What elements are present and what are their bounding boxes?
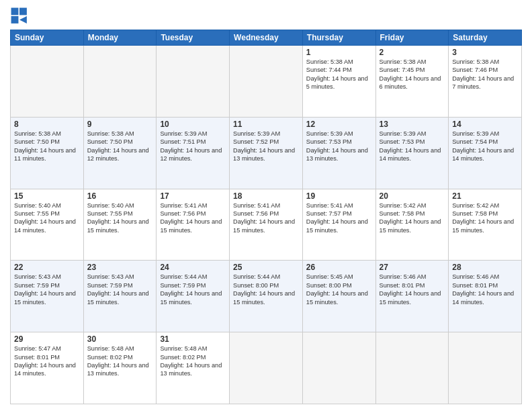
day-number: 16 (87, 191, 153, 201)
day-number: 13 (380, 120, 445, 129)
calendar-cell: 15 Sunrise: 5:40 AMSunset: 7:55 PMDaylig… (11, 189, 84, 261)
header-cell-sunday: Sunday (11, 30, 84, 46)
calendar-cell: 17 Sunrise: 5:41 AMSunset: 7:56 PMDaylig… (157, 189, 230, 261)
day-info: Sunrise: 5:46 AMSunset: 8:01 PMDaylight:… (380, 273, 445, 306)
calendar-table: SundayMondayTuesdayWednesdayThursdayFrid… (10, 30, 522, 404)
day-number: 12 (306, 120, 372, 129)
calendar-cell (83, 46, 157, 118)
day-number: 11 (233, 120, 299, 129)
day-number: 8 (14, 120, 80, 129)
calendar-cell: 16 Sunrise: 5:40 AMSunset: 7:55 PMDaylig… (83, 189, 157, 261)
day-info: Sunrise: 5:48 AMSunset: 8:02 PMDaylight:… (87, 345, 153, 378)
day-info: Sunrise: 5:38 AMSunset: 7:50 PMDaylight:… (87, 130, 153, 163)
calendar-cell: 29 Sunrise: 5:47 AMSunset: 8:01 PMDaylig… (11, 332, 84, 404)
svg-rect-1 (19, 8, 27, 15)
day-number: 30 (87, 334, 153, 344)
calendar-cell: 31 Sunrise: 5:48 AMSunset: 8:02 PMDaylig… (157, 332, 230, 404)
calendar-cell: 22 Sunrise: 5:43 AMSunset: 7:59 PMDaylig… (11, 261, 84, 332)
calendar-cell: 18 Sunrise: 5:41 AMSunset: 7:56 PMDaylig… (230, 189, 303, 261)
day-info: Sunrise: 5:39 AMSunset: 7:53 PMDaylight:… (306, 130, 372, 163)
day-info: Sunrise: 5:40 AMSunset: 7:55 PMDaylight:… (14, 201, 80, 235)
day-info: Sunrise: 5:44 AMSunset: 7:59 PMDaylight:… (160, 273, 226, 306)
day-number: 27 (380, 263, 445, 272)
calendar-cell: 12 Sunrise: 5:39 AMSunset: 7:53 PMDaylig… (302, 117, 375, 189)
week-row-4: 22 Sunrise: 5:43 AMSunset: 7:59 PMDaylig… (11, 261, 522, 332)
calendar-header-row: SundayMondayTuesdayWednesdayThursdayFrid… (11, 30, 522, 46)
svg-rect-0 (11, 8, 19, 15)
calendar-cell: 23 Sunrise: 5:43 AMSunset: 7:59 PMDaylig… (83, 261, 157, 332)
header-cell-wednesday: Wednesday (230, 30, 303, 46)
day-info: Sunrise: 5:38 AMSunset: 7:44 PMDaylight:… (306, 58, 372, 91)
calendar-cell: 21 Sunrise: 5:42 AMSunset: 7:58 PMDaylig… (449, 189, 522, 261)
header-cell-tuesday: Tuesday (157, 30, 230, 46)
calendar-cell (11, 46, 84, 118)
calendar-cell (157, 46, 230, 118)
calendar-cell: 13 Sunrise: 5:39 AMSunset: 7:53 PMDaylig… (375, 117, 449, 189)
day-number: 24 (160, 263, 226, 272)
day-info: Sunrise: 5:42 AMSunset: 7:58 PMDaylight:… (380, 201, 445, 235)
calendar-cell: 2 Sunrise: 5:38 AMSunset: 7:45 PMDayligh… (375, 46, 449, 118)
calendar-cell: 14 Sunrise: 5:39 AMSunset: 7:54 PMDaylig… (449, 117, 522, 189)
calendar-cell: 11 Sunrise: 5:39 AMSunset: 7:52 PMDaylig… (230, 117, 303, 189)
week-row-3: 15 Sunrise: 5:40 AMSunset: 7:55 PMDaylig… (11, 189, 522, 261)
calendar-cell: 3 Sunrise: 5:38 AMSunset: 7:46 PMDayligh… (449, 46, 522, 118)
day-info: Sunrise: 5:38 AMSunset: 7:46 PMDaylight:… (452, 58, 518, 91)
calendar-cell: 25 Sunrise: 5:44 AMSunset: 8:00 PMDaylig… (230, 261, 303, 332)
day-info: Sunrise: 5:41 AMSunset: 7:57 PMDaylight:… (306, 201, 372, 235)
logo-icon (10, 7, 29, 26)
day-number: 22 (14, 263, 80, 272)
calendar-cell (230, 46, 303, 118)
header (10, 7, 522, 26)
calendar-cell: 19 Sunrise: 5:41 AMSunset: 7:57 PMDaylig… (302, 189, 375, 261)
header-cell-saturday: Saturday (449, 30, 522, 46)
day-number: 1 (306, 48, 372, 57)
day-number: 29 (14, 334, 80, 344)
week-row-5: 29 Sunrise: 5:47 AMSunset: 8:01 PMDaylig… (11, 332, 522, 404)
calendar-body: 1 Sunrise: 5:38 AMSunset: 7:44 PMDayligh… (11, 46, 522, 404)
header-cell-friday: Friday (375, 30, 449, 46)
day-number: 10 (160, 120, 226, 129)
week-row-1: 1 Sunrise: 5:38 AMSunset: 7:44 PMDayligh… (11, 46, 522, 118)
day-info: Sunrise: 5:45 AMSunset: 8:00 PMDaylight:… (306, 273, 372, 306)
week-row-2: 8 Sunrise: 5:38 AMSunset: 7:50 PMDayligh… (11, 117, 522, 189)
day-number: 23 (87, 263, 153, 272)
day-number: 28 (452, 263, 518, 272)
calendar-cell: 27 Sunrise: 5:46 AMSunset: 8:01 PMDaylig… (375, 261, 449, 332)
day-info: Sunrise: 5:42 AMSunset: 7:58 PMDaylight:… (452, 201, 518, 235)
day-number: 15 (14, 191, 80, 201)
day-number: 9 (87, 120, 153, 129)
calendar-cell: 28 Sunrise: 5:46 AMSunset: 8:01 PMDaylig… (449, 261, 522, 332)
day-number: 3 (452, 48, 518, 57)
day-info: Sunrise: 5:39 AMSunset: 7:53 PMDaylight:… (380, 130, 445, 163)
day-info: Sunrise: 5:39 AMSunset: 7:54 PMDaylight:… (452, 130, 518, 163)
calendar-cell: 30 Sunrise: 5:48 AMSunset: 8:02 PMDaylig… (83, 332, 157, 404)
day-info: Sunrise: 5:43 AMSunset: 7:59 PMDaylight:… (14, 273, 80, 306)
day-info: Sunrise: 5:41 AMSunset: 7:56 PMDaylight:… (233, 201, 299, 235)
svg-rect-2 (11, 16, 19, 24)
day-number: 19 (306, 191, 372, 201)
day-number: 18 (233, 191, 299, 201)
day-info: Sunrise: 5:39 AMSunset: 7:51 PMDaylight:… (160, 130, 226, 163)
day-number: 20 (380, 191, 445, 201)
day-number: 14 (452, 120, 518, 129)
day-info: Sunrise: 5:47 AMSunset: 8:01 PMDaylight:… (14, 345, 80, 378)
day-info: Sunrise: 5:38 AMSunset: 7:45 PMDaylight:… (380, 58, 445, 91)
day-number: 25 (233, 263, 299, 272)
calendar-cell (230, 332, 303, 404)
calendar-page: SundayMondayTuesdayWednesdayThursdayFrid… (0, 0, 532, 411)
day-info: Sunrise: 5:38 AMSunset: 7:50 PMDaylight:… (14, 130, 80, 163)
day-info: Sunrise: 5:46 AMSunset: 8:01 PMDaylight:… (452, 273, 518, 306)
calendar-cell: 8 Sunrise: 5:38 AMSunset: 7:50 PMDayligh… (11, 117, 84, 189)
logo (10, 7, 32, 26)
day-number: 17 (160, 191, 226, 201)
day-info: Sunrise: 5:44 AMSunset: 8:00 PMDaylight:… (233, 273, 299, 306)
header-cell-monday: Monday (83, 30, 157, 46)
day-number: 26 (306, 263, 372, 272)
calendar-cell: 1 Sunrise: 5:38 AMSunset: 7:44 PMDayligh… (302, 46, 375, 118)
day-number: 21 (452, 191, 518, 201)
calendar-cell: 24 Sunrise: 5:44 AMSunset: 7:59 PMDaylig… (157, 261, 230, 332)
day-info: Sunrise: 5:40 AMSunset: 7:55 PMDaylight:… (87, 201, 153, 235)
calendar-cell (302, 332, 375, 404)
day-info: Sunrise: 5:41 AMSunset: 7:56 PMDaylight:… (160, 201, 226, 235)
day-info: Sunrise: 5:43 AMSunset: 7:59 PMDaylight:… (87, 273, 153, 306)
